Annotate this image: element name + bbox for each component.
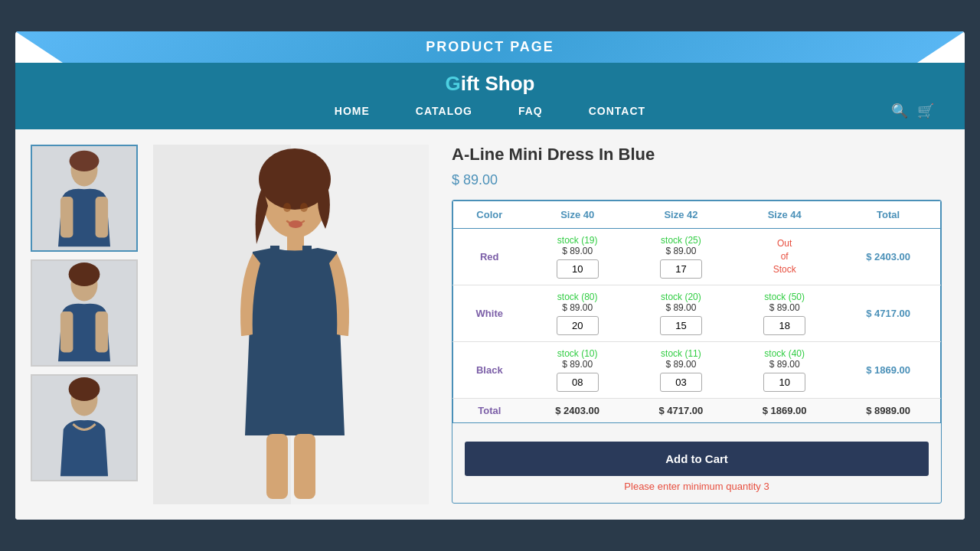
search-icon[interactable]: 🔍 [891,103,908,119]
size42-black: stock (11) $ 89.00 [629,342,733,399]
main-image [153,145,429,504]
size44-white: stock (50) $ 89.00 [733,285,836,342]
svg-point-23 [300,203,308,212]
nav-contact[interactable]: CONTACT [589,102,645,120]
totals-size42: $ 4717.00 [629,399,733,423]
banner-title: PRODUCT PAGE [426,39,554,54]
qty-input-red-40[interactable] [557,259,599,279]
stock-label-white-40: stock (80) [532,292,623,302]
col-header-color: Color [453,201,526,229]
nav: HOME CATALOG FAQ CONTACT 🔍 🛒 [31,102,949,120]
product-info: A-Line Mini Dress In Blue $ 89.00 Color … [444,145,949,504]
stock-label-white-42: stock (20) [635,292,727,302]
table-row-white: White stock (80) $ 89.00 stock (20) $ 89… [453,285,941,342]
svg-rect-3 [96,197,109,237]
qty-input-black-42[interactable] [660,373,702,392]
stock-table-wrapper: Color Size 40 Size 42 Size 44 Total Red [452,200,942,504]
total-red: $ 2403.00 [836,229,940,285]
table-row-totals: Total $ 2403.00 $ 4717.00 $ 1869.00 $ 89… [453,399,941,423]
nav-catalog[interactable]: CATALOG [416,102,472,120]
size44-red: OutofStock [733,229,836,285]
qty-input-red-42[interactable] [660,259,702,279]
stock-label-white-44: stock (50) [739,292,830,302]
cart-icon[interactable]: 🛒 [917,103,934,119]
size40-black: stock (10) $ 89.00 [526,342,629,399]
page-wrapper: PRODUCT PAGE Gift Shop HOME CATALOG FAQ … [15,31,965,520]
col-header-size44: Size 44 [733,201,836,229]
svg-point-24 [289,220,302,228]
shop-name-text: ift Shop [461,72,535,95]
price-black-44: $ 89.00 [739,359,830,370]
qty-input-black-40[interactable] [557,373,599,392]
shop-name-g: G [446,72,461,95]
out-of-stock-red-44: OutofStock [739,237,830,276]
svg-point-22 [283,203,291,212]
price-red-42: $ 89.00 [635,246,727,256]
add-to-cart-button[interactable]: Add to Cart [465,442,929,476]
thumbnails [31,145,138,504]
thumbnail-2[interactable] [31,259,138,367]
table-header-row: Color Size 40 Size 42 Size 44 Total [453,201,941,229]
svg-rect-2 [60,197,74,237]
color-cell-black: Black [453,342,526,399]
stock-label-black-44: stock (40) [739,348,830,359]
stock-label-red-40: stock (19) [532,235,623,246]
size40-white: stock (80) $ 89.00 [526,285,629,342]
totals-size40: $ 2403.00 [526,399,629,423]
totals-grand: $ 8989.00 [836,399,940,423]
product-title: A-Line Mini Dress In Blue [452,145,942,165]
table-row-red: Red stock (19) $ 89.00 stock (25) $ 89.0… [453,229,941,285]
color-cell-white: White [453,285,526,342]
svg-rect-8 [96,311,109,352]
add-to-cart-section: Add to Cart Please enter minimum quantit… [452,432,941,503]
totals-label: Total [453,399,526,423]
svg-rect-7 [60,311,74,352]
price-black-42: $ 89.00 [635,359,727,370]
nav-home[interactable]: HOME [335,102,370,120]
svg-rect-19 [302,246,312,261]
svg-point-9 [69,262,100,286]
min-qty-warning: Please enter minimum quantity 3 [465,481,929,492]
color-cell-red: Red [453,229,526,285]
svg-rect-20 [266,434,288,499]
content: A-Line Mini Dress In Blue $ 89.00 Color … [15,129,965,520]
size42-red: stock (25) $ 89.00 [629,229,733,285]
price-red-40: $ 89.00 [532,246,623,256]
qty-input-white-44[interactable] [763,316,805,335]
nav-icons: 🔍 🛒 [891,103,934,119]
stock-label-black-42: stock (11) [635,348,727,359]
shop-name: Gift Shop [446,72,535,96]
svg-point-4 [70,151,100,171]
thumbnail-1[interactable] [31,145,138,252]
totals-size44: $ 1869.00 [733,399,836,423]
header: Gift Shop HOME CATALOG FAQ CONTACT 🔍 🛒 [15,63,965,129]
svg-point-12 [69,377,100,401]
qty-input-black-44[interactable] [763,373,805,392]
svg-rect-21 [294,434,315,499]
total-white: $ 4717.00 [836,285,940,342]
thumbnail-3[interactable] [31,374,138,481]
stock-label-red-42: stock (25) [635,235,727,246]
qty-input-white-40[interactable] [557,316,599,335]
qty-input-white-42[interactable] [660,316,702,335]
col-header-size42: Size 42 [629,201,733,229]
size44-black: stock (40) $ 89.00 [733,342,836,399]
size42-white: stock (20) $ 89.00 [629,285,733,342]
col-header-total: Total [836,201,940,229]
stock-label-black-40: stock (10) [532,348,623,359]
stock-table: Color Size 40 Size 42 Size 44 Total Red [452,201,941,423]
size40-red: stock (19) $ 89.00 [526,229,629,285]
total-black: $ 1869.00 [836,342,940,399]
table-row-black: Black stock (10) $ 89.00 stock (11) $ 89… [453,342,941,399]
svg-rect-18 [270,246,279,261]
nav-faq[interactable]: FAQ [518,102,543,120]
price-black-40: $ 89.00 [532,359,623,370]
product-price: $ 89.00 [452,172,942,188]
price-white-42: $ 89.00 [635,302,727,313]
col-header-size40: Size 40 [526,201,629,229]
price-white-44: $ 89.00 [739,302,830,313]
banner: PRODUCT PAGE [15,31,965,63]
price-white-40: $ 89.00 [532,302,623,313]
